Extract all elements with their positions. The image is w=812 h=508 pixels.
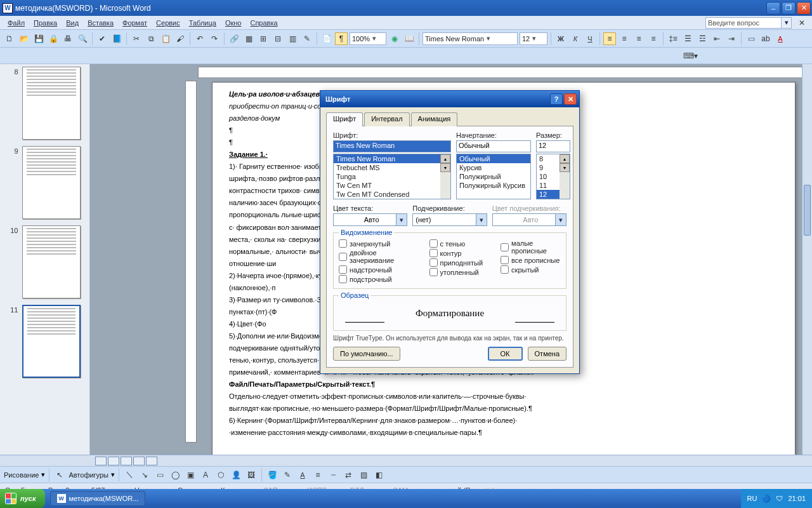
- wordart-button[interactable]: A: [199, 469, 212, 481]
- dialog-titlebar[interactable]: Шрифт ? ✕: [320, 91, 579, 107]
- menu-edit[interactable]: Правка: [30, 18, 61, 28]
- tray-icon[interactable]: 🔵: [762, 495, 771, 503]
- picture-button[interactable]: 🖼: [245, 469, 258, 481]
- chk-emboss[interactable]: приподнятый: [429, 258, 483, 267]
- cut-button[interactable]: ✂: [130, 32, 143, 45]
- italic-button[interactable]: К: [569, 32, 582, 45]
- arrow-button[interactable]: ↘: [138, 469, 151, 481]
- vertical-scrollbar[interactable]: [802, 64, 812, 455]
- font-size-list[interactable]: 8 9 10 11 12 ▴▾: [536, 154, 570, 199]
- shadow-button[interactable]: ▨: [357, 469, 370, 481]
- hyperlink-button[interactable]: 🔗: [228, 32, 240, 45]
- new-doc-button[interactable]: 🗋: [3, 32, 16, 45]
- align-justify-button[interactable]: ≡: [647, 32, 660, 45]
- start-button[interactable]: пуск: [0, 489, 45, 508]
- clipart-button[interactable]: 👤: [230, 469, 242, 481]
- close-help[interactable]: ✕: [796, 17, 808, 29]
- menu-help[interactable]: Справка: [246, 18, 281, 28]
- chk-outline[interactable]: контур: [429, 249, 483, 257]
- bullets-button[interactable]: ☲: [696, 32, 709, 45]
- docmap-button[interactable]: 📄: [320, 32, 333, 45]
- dialog-help-button[interactable]: ?: [550, 93, 563, 105]
- view-outline[interactable]: [133, 457, 145, 465]
- dialog-close-button[interactable]: ✕: [564, 93, 577, 105]
- font-name-combo[interactable]: Times New Roman▾: [422, 32, 518, 45]
- permission-button[interactable]: 🔒: [47, 32, 60, 45]
- oval-button[interactable]: ◯: [169, 469, 181, 481]
- save-button[interactable]: 💾: [32, 32, 45, 45]
- minimize-button[interactable]: –: [766, 2, 780, 15]
- maximize-button[interactable]: ❐: [782, 2, 796, 15]
- help-button[interactable]: ◉: [388, 32, 401, 45]
- chk-dbl-strikethrough[interactable]: двойное зачеркивание: [339, 249, 412, 264]
- tab-font[interactable]: Шрифт: [326, 112, 363, 126]
- view-web[interactable]: [108, 457, 119, 465]
- thumb-page-9[interactable]: [22, 146, 81, 219]
- menu-view[interactable]: Вид: [62, 18, 82, 28]
- undo-button[interactable]: ↶: [193, 32, 206, 45]
- tables-border-button[interactable]: ▦: [242, 32, 255, 45]
- tab-spacing[interactable]: Интервал: [364, 112, 409, 126]
- chk-shadow[interactable]: с тенью: [429, 239, 483, 248]
- chk-superscript[interactable]: надстрочный: [339, 265, 412, 274]
- view-print[interactable]: [121, 457, 132, 465]
- border-button[interactable]: ▭: [745, 32, 757, 45]
- close-button[interactable]: ✕: [797, 2, 811, 15]
- paste-button[interactable]: 📋: [159, 32, 172, 45]
- ok-button[interactable]: ОК: [488, 347, 523, 361]
- font-color-button-2[interactable]: A: [296, 469, 309, 481]
- outdent-button[interactable]: ⇤: [710, 32, 723, 45]
- zoom-combo[interactable]: 100%▾: [350, 32, 386, 45]
- align-center-button[interactable]: ≡: [618, 32, 631, 45]
- font-style-input[interactable]: Обычный: [456, 140, 531, 152]
- fill-color-button[interactable]: 🪣: [266, 469, 278, 481]
- font-style-list[interactable]: Обычный Курсив Полужирный Полужирный Кур…: [456, 154, 531, 199]
- taskbar-item-word[interactable]: W методичка(MSWOR...: [50, 491, 146, 506]
- chk-hidden[interactable]: скрытый: [501, 265, 561, 274]
- chk-subscript[interactable]: подстрочный: [339, 275, 412, 283]
- rect-button[interactable]: ▭: [154, 469, 166, 481]
- menu-insert[interactable]: Вставка: [84, 18, 117, 28]
- print-button[interactable]: 🖶: [62, 32, 74, 45]
- font-color-combo[interactable]: Авто▾: [333, 213, 407, 226]
- font-name-list[interactable]: Times New Roman Trebuchet MS Tunga Tw Ce…: [333, 154, 451, 199]
- default-button[interactable]: По умолчанию...: [333, 347, 400, 361]
- font-name-input[interactable]: Times New Roman: [333, 140, 451, 152]
- chk-engrave[interactable]: утопленный: [429, 268, 483, 276]
- columns-button[interactable]: ▥: [286, 32, 299, 45]
- excel-button[interactable]: ⊟: [272, 32, 284, 45]
- diagram-button[interactable]: ⬡: [214, 469, 227, 481]
- tray-icon-2[interactable]: 🛡: [776, 495, 783, 502]
- bold-button[interactable]: Ж: [554, 32, 567, 45]
- research-button[interactable]: 📘: [110, 32, 123, 45]
- arrow-style-button[interactable]: ⇄: [342, 469, 355, 481]
- align-left-button[interactable]: ≡: [603, 32, 616, 45]
- font-size-combo[interactable]: 12▾: [520, 32, 547, 45]
- menu-window[interactable]: Окно: [221, 18, 246, 28]
- redo-button[interactable]: ↷: [208, 32, 221, 45]
- underline-button[interactable]: Ч: [584, 32, 596, 45]
- copy-button[interactable]: ⧉: [145, 32, 157, 45]
- line-button[interactable]: ＼: [123, 469, 136, 481]
- numbering-button[interactable]: ☰: [681, 32, 694, 45]
- read-button[interactable]: 📖: [403, 32, 416, 45]
- ask-question-input[interactable]: [705, 17, 782, 29]
- format-painter-button[interactable]: 🖌: [174, 32, 187, 45]
- vertical-ruler[interactable]: [185, 81, 197, 443]
- view-normal[interactable]: [95, 457, 107, 465]
- show-formatting-button[interactable]: ¶: [335, 32, 348, 45]
- 3d-button[interactable]: ◧: [372, 469, 385, 481]
- dash-style-button[interactable]: ┄: [327, 469, 339, 481]
- thumbnail-pane[interactable]: 8 9 10 11: [0, 64, 90, 455]
- chk-strikethrough[interactable]: зачеркнутый: [339, 239, 412, 248]
- cancel-button[interactable]: Отмена: [528, 347, 566, 361]
- open-button[interactable]: 📂: [18, 32, 30, 45]
- thumb-page-8[interactable]: [22, 67, 81, 140]
- view-reading[interactable]: [146, 457, 157, 465]
- chk-allcaps[interactable]: все прописные: [501, 256, 561, 264]
- menu-format[interactable]: Формат: [119, 18, 151, 28]
- menu-table[interactable]: Таблица: [185, 18, 220, 28]
- line-color-button[interactable]: ✎: [281, 469, 294, 481]
- tab-animation[interactable]: Анимация: [411, 112, 458, 126]
- font-color-button[interactable]: A: [774, 32, 787, 45]
